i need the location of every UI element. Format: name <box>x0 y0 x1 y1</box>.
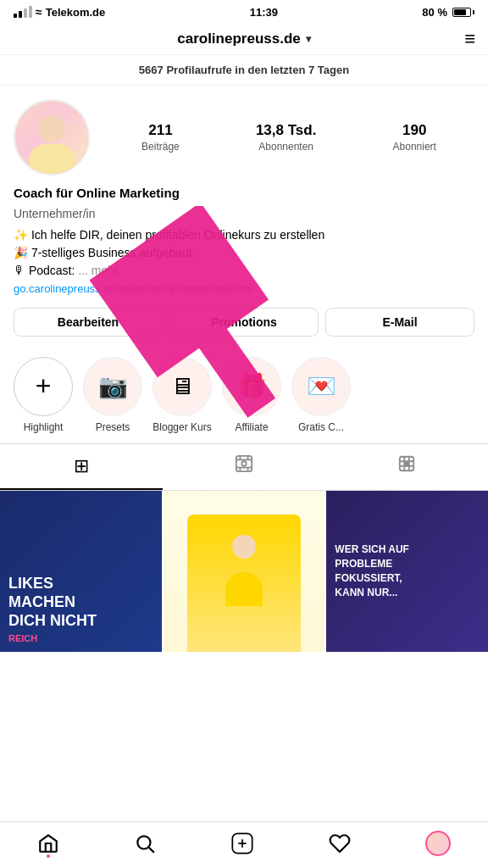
post1-text: LIKESMACHENDICH NICHT <box>8 575 97 630</box>
highlight-presets[interactable]: 📷 Presets <box>83 357 142 433</box>
nav-heart[interactable] <box>329 832 351 854</box>
carrier-label: Telekom.de <box>46 6 106 19</box>
nav-profile[interactable] <box>425 831 451 856</box>
stat-following[interactable]: 190 Abonniert <box>393 122 436 153</box>
bio-section: Coach für Online Marketing Unternehmer/i… <box>0 184 488 308</box>
post-tile-3[interactable]: WER SICH AUFPROBLEMEFOKUSSIERT,KANN NUR.… <box>326 491 488 653</box>
bio-line1: ✨ Ich helfe DIR, deinen profitablen Onli… <box>14 226 474 244</box>
email-button[interactable]: E-Mail <box>325 308 474 337</box>
highlight-add[interactable]: + Highlight <box>14 357 73 433</box>
reels-icon <box>235 454 253 478</box>
stat-followers[interactable]: 13,8 Tsd. Abonnenten <box>256 122 317 153</box>
username-label: carolinepreuss.de <box>177 31 301 47</box>
post-tile-2[interactable] <box>164 491 325 653</box>
followers-label: Abonnenten <box>258 141 313 153</box>
post3-text: WER SICH AUFPROBLEMEFOKUSSIERT,KANN NUR.… <box>335 542 409 599</box>
gratis-circle[interactable]: 💌 <box>291 357 351 416</box>
home-dot <box>47 854 50 858</box>
promotions-button[interactable]: Promotions <box>169 308 319 337</box>
svg-point-11 <box>137 836 150 849</box>
highlight-affiliate[interactable]: 🎁 Affiliate <box>222 357 281 433</box>
highlights-row: + Highlight 📷 Presets 🖥 Blogger Kurs 🎁 A… <box>0 350 488 443</box>
time-label: 11:39 <box>250 6 278 19</box>
following-count: 190 <box>402 122 426 139</box>
blogger-circle[interactable]: 🖥 <box>152 357 212 416</box>
highlight-gratis[interactable]: 💌 Gratis C... <box>291 357 351 433</box>
add-highlight-label: Highlight <box>24 421 64 433</box>
highlight-blogger[interactable]: 🖥 Blogger Kurs <box>152 357 212 433</box>
status-left: ≈ Telekom.de <box>14 5 105 19</box>
bio-line2: 🎉 7-stelliges Business aufgebaut <box>14 244 474 262</box>
tagged-icon <box>397 454 416 478</box>
tabs-row: ⊞ <box>0 443 488 491</box>
bottom-nav <box>0 821 488 868</box>
bio-line3: 🎙 Podcast: ... mehr <box>14 262 474 280</box>
svg-point-10 <box>405 462 408 465</box>
svg-rect-1 <box>236 455 252 470</box>
battery-icon <box>452 8 474 17</box>
action-buttons: Bearbeiten Promotions E-Mail <box>0 308 488 350</box>
bio-more: ... mehr <box>78 264 118 277</box>
svg-line-12 <box>149 848 154 853</box>
affiliate-label: Affiliate <box>235 421 268 433</box>
svg-point-2 <box>241 461 247 466</box>
followers-count: 13,8 Tsd. <box>256 122 317 139</box>
edit-button[interactable]: Bearbeiten <box>14 308 163 337</box>
bio-title: Unternehmer/in <box>14 205 474 223</box>
username-button[interactable]: carolinepreuss.de ▾ <box>177 31 311 47</box>
profile-views-count: 5667 <box>139 64 164 76</box>
presets-label: Presets <box>96 421 130 433</box>
tab-grid[interactable]: ⊞ <box>0 444 163 490</box>
add-highlight-circle[interactable]: + <box>14 357 73 416</box>
stat-posts[interactable]: 211 Beiträge <box>141 122 180 153</box>
post1-sub: REICH <box>8 633 37 643</box>
gratis-label: Gratis C... <box>298 421 344 433</box>
stats-row: 211 Beiträge 13,8 Tsd. Abonnenten 190 Ab… <box>103 122 474 153</box>
chevron-down-icon: ▾ <box>306 33 311 45</box>
status-bar: ≈ Telekom.de 11:39 80 % <box>0 0 488 24</box>
nav-add[interactable] <box>230 832 254 855</box>
posts-label: Beiträge <box>141 141 180 153</box>
nav-avatar <box>425 831 451 856</box>
affiliate-circle[interactable]: 🎁 <box>222 357 281 416</box>
posts-grid: LIKESMACHENDICH NICHT REICH WER SICH AUF… <box>0 491 488 653</box>
profile-views-text: Profilaufrufe in den letzten 7 Tagen <box>166 64 349 76</box>
grid-icon: ⊞ <box>74 455 89 477</box>
presets-circle[interactable]: 📷 <box>83 357 142 416</box>
following-label: Abonniert <box>393 141 436 153</box>
tab-tagged[interactable] <box>325 444 488 490</box>
status-right: 80 % <box>422 6 474 19</box>
signal-icon <box>14 6 32 18</box>
tab-reels[interactable] <box>163 444 325 490</box>
post-tile-1[interactable]: LIKESMACHENDICH NICHT REICH <box>0 491 162 653</box>
avatar[interactable] <box>14 99 90 175</box>
header: carolinepreuss.de ▾ ≡ <box>0 24 488 55</box>
blogger-label: Blogger Kurs <box>152 421 211 433</box>
menu-button[interactable]: ≡ <box>464 28 474 50</box>
profile-views-bar: 5667 Profilaufrufe in den letzten 7 Tage… <box>0 55 488 86</box>
wifi-icon: ≈ <box>36 5 42 19</box>
nav-home[interactable] <box>37 832 59 854</box>
bio-name: Coach für Online Marketing <box>14 184 474 203</box>
bio-link[interactable]: go.carolinepreuss.de/teilnahme-pinterest… <box>14 282 255 295</box>
profile-info: 211 Beiträge 13,8 Tsd. Abonnenten 190 Ab… <box>0 86 488 184</box>
posts-count: 211 <box>148 122 172 139</box>
nav-search[interactable] <box>134 832 156 854</box>
battery-label: 80 % <box>422 6 447 19</box>
